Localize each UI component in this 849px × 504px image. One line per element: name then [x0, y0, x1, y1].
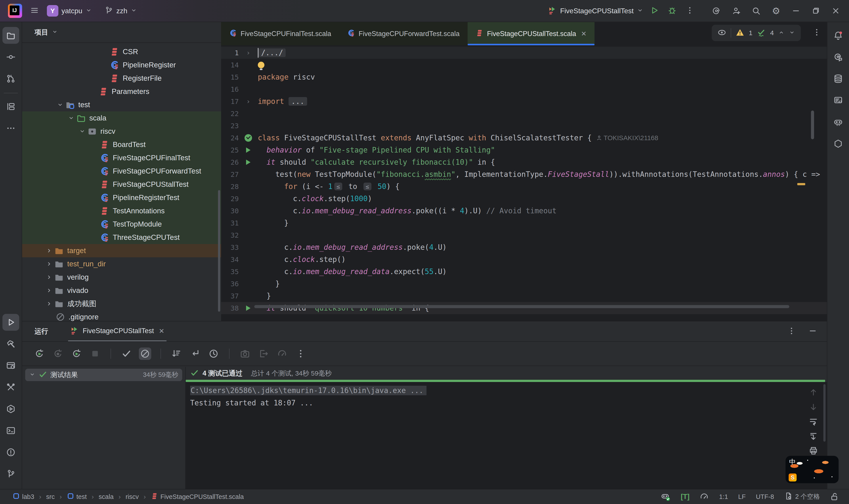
- inlay-hint[interactable]: ≤: [334, 183, 342, 190]
- tree-item-test_run_dir[interactable]: test_run_dir: [22, 257, 221, 271]
- run-configuration-selector[interactable]: FiveStageCPUStallTest: [548, 6, 644, 16]
- test-results-root-row[interactable]: 测试结果 34秒 59毫秒: [25, 369, 182, 381]
- close-icon[interactable]: ✕: [159, 327, 164, 335]
- editor-tab-FiveStageCPUStallTest.scala[interactable]: FiveStageCPUStallTest.scala✕: [468, 22, 595, 45]
- code-line-32[interactable]: 32: [221, 229, 827, 241]
- code-line-29[interactable]: 29 c.clock.step(1000): [221, 193, 827, 205]
- more-vert-button[interactable]: [294, 347, 307, 360]
- chevron-right-icon[interactable]: [44, 246, 54, 255]
- tree-item-RegisterFile[interactable]: RegisterFile: [22, 72, 221, 85]
- tree-item-PipelineRegisterTest[interactable]: PipelineRegisterTest: [22, 191, 221, 204]
- editor-vertical-scrollbar[interactable]: [811, 110, 814, 139]
- tool-hexagon-icon[interactable]: [830, 135, 847, 152]
- chevron-right-icon[interactable]: [44, 299, 54, 309]
- code-line-26[interactable]: 26 it should "calculate recursively fibo…: [221, 156, 827, 168]
- memory-gauge-icon[interactable]: [700, 492, 709, 501]
- clock-button[interactable]: [207, 347, 220, 360]
- vcs-branch-widget[interactable]: zzh: [104, 6, 137, 16]
- unlock-icon[interactable]: [830, 492, 839, 501]
- tool-hex-play-icon[interactable]: [2, 400, 19, 417]
- breadcrumb-item-test[interactable]: test: [67, 492, 87, 501]
- more-actions-button[interactable]: [683, 4, 697, 17]
- caret-position[interactable]: 1:1: [719, 493, 728, 501]
- translate-plugin-badge[interactable]: [T]: [681, 493, 690, 501]
- intention-bulb-icon[interactable]: [258, 62, 265, 68]
- soft-wrap-button[interactable]: [809, 417, 818, 427]
- settings-button[interactable]: ⚙: [770, 4, 783, 17]
- folded-region[interactable]: /.../: [258, 49, 286, 57]
- chevron-down-icon[interactable]: [29, 371, 35, 378]
- chevron-right-icon[interactable]: [44, 272, 54, 282]
- chevron-right-icon[interactable]: [44, 286, 54, 295]
- window-maximize-button[interactable]: [809, 4, 823, 17]
- close-icon[interactable]: ✕: [581, 30, 586, 38]
- tool-structure-icon[interactable]: [2, 98, 19, 115]
- tree-item-FiveStageCPUFinalTest[interactable]: FiveStageCPUFinalTest: [22, 151, 221, 164]
- error-stripe-warning-mark[interactable]: [797, 183, 805, 185]
- run-button[interactable]: [648, 4, 661, 17]
- tool-ai-chat-icon[interactable]: [830, 49, 847, 66]
- tool-commit-icon[interactable]: [2, 49, 19, 66]
- code-line-17[interactable]: 17›import ...: [221, 95, 827, 107]
- debug-button[interactable]: [666, 4, 679, 17]
- tree-item-CSR[interactable]: CSR: [22, 45, 221, 58]
- tool-hammer-icon[interactable]: [2, 336, 19, 352]
- console-line[interactable]: C:\Users\26586\.jdks\temurin-17.0.16\bin…: [190, 384, 827, 397]
- tree-item-ThreeStageCPUTest[interactable]: ThreeStageCPUTest: [22, 231, 221, 244]
- code-line-24[interactable]: 24class FiveStageCPUStallTest extends An…: [221, 132, 827, 144]
- tool-git-branch-icon[interactable]: [2, 466, 19, 482]
- project-tree-scrollbar[interactable]: [218, 190, 220, 312]
- tree-item-Parameters[interactable]: Parameters: [22, 85, 221, 98]
- chevron-right-icon[interactable]: [44, 259, 54, 269]
- tree-item-riscv[interactable]: riscv: [22, 125, 221, 138]
- next-problem-icon[interactable]: [789, 30, 795, 36]
- eye-icon[interactable]: [718, 28, 726, 38]
- main-menu-button[interactable]: [28, 4, 41, 17]
- encoding-selector[interactable]: UTF-8: [756, 493, 774, 501]
- prev-problem-icon[interactable]: [778, 30, 784, 36]
- tool-copilot-icon[interactable]: [830, 114, 847, 130]
- tree-item-TestTopModule[interactable]: TestTopModule: [22, 217, 221, 231]
- fold-chevron-icon[interactable]: ›: [239, 97, 258, 105]
- console-line[interactable]: Testing started at 18:07 ...: [190, 397, 827, 409]
- breadcrumb-item-lab3[interactable]: lab3: [12, 492, 34, 501]
- tree-item-TestAnnotations[interactable]: TestAnnotations: [22, 204, 221, 217]
- code-line-14[interactable]: 14: [221, 59, 827, 71]
- code-with-me-button[interactable]: [729, 4, 743, 17]
- ai-assistant-button[interactable]: [710, 4, 723, 17]
- tool-more-horiz-icon[interactable]: [2, 120, 19, 137]
- editor-tab-FiveStageCPUFinalTest.scala[interactable]: FiveStageCPUFinalTest.scala: [221, 22, 339, 45]
- code-line-35[interactable]: 35 c.io.mem_debug_read_data.expect(55.U): [221, 266, 827, 278]
- line-ending-selector[interactable]: LF: [738, 493, 746, 501]
- inspections-widget[interactable]: 1 4: [712, 25, 801, 41]
- chevron-down-icon[interactable]: [52, 29, 58, 36]
- ignore-button[interactable]: [139, 347, 151, 360]
- code-line-15[interactable]: 15package riscv: [221, 71, 827, 83]
- run-class-passed-icon[interactable]: [239, 134, 258, 142]
- code-line-30[interactable]: 30 c.io.mem_debug_read_address.poke((i *…: [221, 205, 827, 217]
- tool-pull-request-icon[interactable]: [2, 70, 19, 87]
- tree-item-vivado[interactable]: vivado: [22, 284, 221, 297]
- code-line-1[interactable]: 1›/.../: [221, 47, 827, 59]
- tool-database-icon[interactable]: [830, 70, 847, 87]
- sort-desc-button[interactable]: [170, 347, 183, 360]
- tree-item-FiveStageCPUStallTest[interactable]: FiveStageCPUStallTest: [22, 178, 221, 191]
- run-tab[interactable]: FiveStageCPUStallTest ✕: [68, 321, 166, 341]
- code-line-16[interactable]: 16: [221, 83, 827, 95]
- project-widget[interactable]: Y yatcpu: [47, 5, 92, 17]
- fold-chevron-icon[interactable]: ›: [239, 49, 258, 57]
- folded-region[interactable]: ...: [289, 97, 307, 106]
- tool-terminal-icon[interactable]: [2, 422, 19, 439]
- code-line-37[interactable]: 37 }: [221, 290, 827, 302]
- tree-item-.gitignore[interactable]: .gitignore: [22, 310, 221, 321]
- breadcrumb-item-scala[interactable]: scala: [98, 493, 114, 501]
- indent-selector[interactable]: 2 个空格: [784, 492, 820, 502]
- tool-problem-icon[interactable]: [2, 444, 19, 461]
- code-line-25[interactable]: 25 behavior of "Five-stage Pipelined CPU…: [221, 144, 827, 156]
- inlay-hint[interactable]: ≤: [363, 183, 372, 190]
- code-editor[interactable]: 1›/.../1415package riscv1617›import ...2…: [221, 45, 827, 321]
- code-line-28[interactable]: 28 for (i <- 1≤ to ≤ 50) {: [221, 180, 827, 193]
- tree-item-FiveStageCPUForwardTest[interactable]: FiveStageCPUForwardTest: [22, 164, 221, 178]
- copilot-status-icon[interactable]: [661, 492, 671, 502]
- run-options-button[interactable]: [787, 326, 796, 336]
